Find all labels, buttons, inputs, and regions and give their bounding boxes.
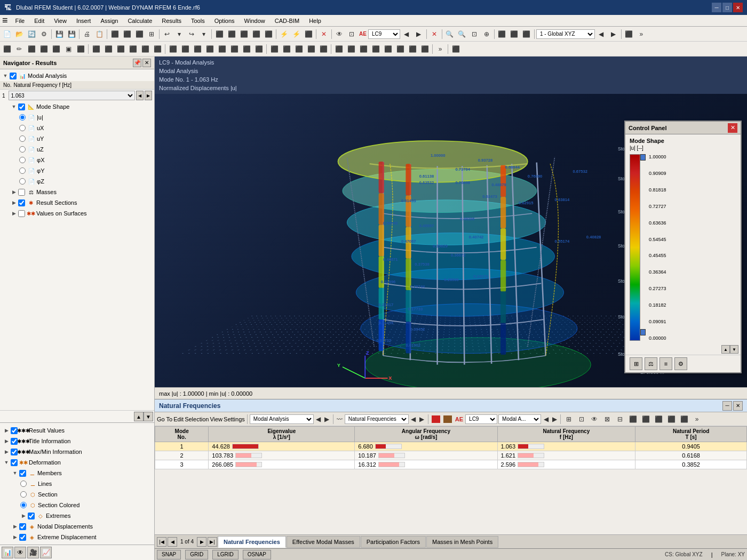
nav-icon-results[interactable]: 📊 xyxy=(2,547,13,558)
r2-b14[interactable]: ⬛ xyxy=(167,44,179,54)
u-abs-radio[interactable] xyxy=(19,114,26,121)
section-colored-item[interactable]: ⬡ Section Colored xyxy=(18,500,153,510)
r2-b27[interactable]: ⬛ xyxy=(333,44,345,54)
maximize-button[interactable]: □ xyxy=(722,3,732,12)
menu-window[interactable]: Window xyxy=(240,17,269,25)
save-button[interactable]: 💾 xyxy=(53,29,65,39)
run2-button[interactable]: ⚡ xyxy=(290,29,302,39)
menu-insert[interactable]: Insert xyxy=(72,17,96,25)
r2-b34[interactable]: ⬛ xyxy=(419,44,431,54)
xyz-next[interactable]: ▶ xyxy=(608,29,619,39)
refresh-button[interactable]: 🔄 xyxy=(26,29,37,39)
r2-b22[interactable]: ⬛ xyxy=(268,44,280,54)
redo-arrow-button[interactable]: ▾ xyxy=(198,29,210,39)
r2-b2[interactable]: ✏ xyxy=(13,44,25,54)
menu-tools[interactable]: Tools xyxy=(187,17,209,25)
members-item[interactable]: ▼ ⚊ Members xyxy=(10,468,153,478)
nd-checkbox[interactable] xyxy=(19,523,26,530)
save-all-button[interactable]: 💾 xyxy=(66,29,77,39)
bp-first[interactable]: |◀ xyxy=(157,537,166,547)
uy-item[interactable]: 📄 uY xyxy=(17,133,154,144)
bp-tool8[interactable]: ⬛ xyxy=(653,414,664,425)
bp-tool7[interactable]: ⬛ xyxy=(640,414,651,425)
bp-tool5[interactable]: ⊟ xyxy=(614,414,626,425)
expand-icon[interactable]: ▼ xyxy=(2,73,9,79)
bp-settings[interactable]: Settings xyxy=(224,416,245,422)
bp-more[interactable]: » xyxy=(691,414,703,425)
bp-edit[interactable]: Edit xyxy=(173,416,184,422)
cp-list-btn[interactable]: ≡ xyxy=(659,357,672,370)
r2-b23[interactable]: ⬛ xyxy=(281,44,292,54)
undo-button[interactable]: ↩ xyxy=(161,29,173,39)
modal-analysis-checkbox[interactable] xyxy=(10,73,17,79)
r2-b11[interactable]: ⬛ xyxy=(127,44,139,54)
more-button[interactable]: » xyxy=(635,29,647,39)
phix-radio[interactable] xyxy=(19,157,26,163)
bp-lc-combo[interactable]: LC9 xyxy=(465,414,497,424)
menu-cad-bim[interactable]: CAD-BIM xyxy=(271,17,304,25)
nd-expand[interactable]: ▶ xyxy=(12,523,18,530)
ext-expand[interactable]: ▶ xyxy=(20,513,27,519)
grid-button[interactable]: GRID xyxy=(185,550,208,559)
r2-b10[interactable]: ⬛ xyxy=(115,44,126,54)
menu-calculate[interactable]: Calculate xyxy=(123,17,156,25)
uz-item[interactable]: 📄 uZ xyxy=(17,144,154,155)
zoom4-button[interactable]: ⊕ xyxy=(481,29,492,39)
r2-b26[interactable]: ⬛ xyxy=(317,44,329,54)
bp-analysis-combo[interactable]: Modal Analysis xyxy=(250,414,314,424)
menu-assign[interactable]: Assign xyxy=(96,17,122,25)
stop-button[interactable]: ✕ xyxy=(318,29,330,39)
maxmin-item[interactable]: ▶ ✱✱✱ Max/Min Information xyxy=(1,446,153,457)
r2-b16[interactable]: ⬛ xyxy=(192,44,203,54)
section-colored-radio[interactable] xyxy=(20,502,27,508)
osnap-button[interactable]: OSNAP xyxy=(243,550,271,559)
bp-modal-prev[interactable]: ◀ xyxy=(542,414,550,425)
legend-scroll-down[interactable]: ▼ xyxy=(730,345,738,354)
tab-masses-in-mesh-points[interactable]: Masses in Mesh Points xyxy=(426,536,498,548)
cp-scale-btn[interactable]: ⚖ xyxy=(645,357,657,370)
r2-b19[interactable]: ⬛ xyxy=(228,44,240,54)
menu-edit[interactable]: Edit xyxy=(30,17,49,25)
menu-file[interactable]: File xyxy=(11,17,29,25)
bp-tool4[interactable]: ⊠ xyxy=(601,414,613,425)
r2-b3[interactable]: ⬛ xyxy=(26,44,37,54)
mode-expand-icon[interactable]: ▼ xyxy=(11,103,17,110)
frequency-select[interactable]: 1.063 xyxy=(9,91,135,100)
cp-close-button[interactable]: ✕ xyxy=(728,123,737,133)
nav-scroll-down[interactable]: ▼ xyxy=(144,412,153,421)
run-button[interactable]: ⚡ xyxy=(278,29,290,39)
bp-view[interactable]: View xyxy=(210,416,222,422)
minimize-button[interactable]: ─ xyxy=(712,3,721,12)
tab-participation-factors[interactable]: Participation Factors xyxy=(361,536,426,548)
zoom1-button[interactable]: 🔍 xyxy=(444,29,456,39)
bp-tool10[interactable]: ⬛ xyxy=(678,414,690,425)
print-button[interactable]: 🖨 xyxy=(81,29,93,39)
bp-tool1[interactable]: ⊞ xyxy=(563,414,575,425)
menu-options[interactable]: Options xyxy=(210,17,239,25)
legend-scroll-up[interactable]: ▲ xyxy=(721,345,730,354)
display-button[interactable]: ⬛ xyxy=(623,29,635,39)
mem-expand[interactable]: ▼ xyxy=(12,470,18,476)
r2-b32[interactable]: ⬛ xyxy=(394,44,406,54)
view2-button[interactable]: ⬛ xyxy=(121,29,133,39)
run3-button[interactable]: ⬛ xyxy=(303,29,314,39)
masses-checkbox[interactable] xyxy=(18,189,25,196)
r2-b30[interactable]: ⬛ xyxy=(370,44,382,54)
modal-analysis-item[interactable]: ▼ 📊 Modal Analysis xyxy=(0,70,154,81)
new-button[interactable]: 📄 xyxy=(1,29,13,39)
deformation-item[interactable]: ▼ ✱✱ Deformation xyxy=(1,457,153,468)
table-row[interactable]: 2 103.783 10.187 xyxy=(155,451,747,460)
vs-expand-icon[interactable]: ▶ xyxy=(11,210,17,217)
r2-b4[interactable]: ⬛ xyxy=(38,44,50,54)
cp-table-btn[interactable]: ⊞ xyxy=(630,357,642,370)
tool4-button[interactable]: ⬛ xyxy=(250,29,262,39)
tool2-button[interactable]: ⬛ xyxy=(226,29,237,39)
nodal-disp-item[interactable]: ▶ ◈ Nodal Displacements xyxy=(10,521,153,532)
extremes-item[interactable]: ▶ ◇ Extremes xyxy=(18,510,153,521)
r2-b17[interactable]: ⬛ xyxy=(204,44,216,54)
def-expand[interactable]: ▼ xyxy=(3,459,10,466)
bp-modal-next[interactable]: ▶ xyxy=(551,414,558,425)
xyz-combo[interactable]: 1 - Global XYZ xyxy=(536,29,595,39)
bp-analysis-prev[interactable]: ◀ xyxy=(315,414,322,425)
menu-results[interactable]: Results xyxy=(157,17,186,25)
